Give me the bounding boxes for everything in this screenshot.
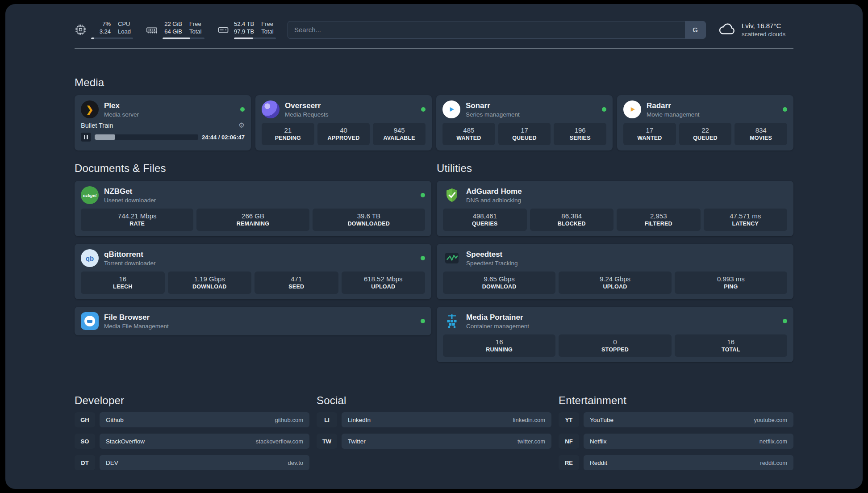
stat-label: QUERIES — [445, 220, 525, 228]
stat-label: PENDING — [263, 134, 313, 142]
bookmark-abbr: TW — [317, 434, 337, 449]
status-dot — [421, 107, 426, 112]
stat-tile: 2,953 FILTERED — [617, 209, 701, 231]
section-title-media: Media — [75, 76, 793, 89]
status-dot — [783, 107, 787, 112]
bookmark-url: youtube.com — [754, 417, 787, 423]
stat-tile: 16 TOTAL — [675, 334, 787, 357]
app-subtitle: Torrent downloader — [104, 259, 156, 267]
disk-total-value: 97.9 TB — [234, 28, 254, 35]
bookmark-url: netflix.com — [760, 438, 787, 445]
bookmark-dev[interactable]: DT DEV dev.to — [75, 455, 309, 470]
stat-value: 834 — [736, 126, 785, 134]
section-title-utilities: Utilities — [437, 162, 793, 175]
playback-progress-bar[interactable] — [95, 134, 198, 140]
bookmark-reddit[interactable]: RE Reddit reddit.com — [559, 455, 793, 470]
stat-tile: 1.19 Gbps DOWNLOAD — [168, 272, 252, 294]
disk-free-label: Free — [261, 20, 273, 28]
stat-tile: 485 WANTED — [442, 123, 495, 145]
bookmark-abbr: SO — [75, 434, 95, 449]
app-card-qbittorrent[interactable]: qb qBittorrent Torrent downloader 16 LEE… — [75, 244, 431, 299]
stat-label: WANTED — [444, 134, 493, 142]
disk-progress-bar — [234, 38, 276, 39]
app-subtitle: Movie management — [647, 111, 700, 118]
stat-tile: 17 WANTED — [623, 123, 676, 145]
stat-value: 744.21 Mbps — [83, 212, 192, 220]
app-card-nzbget[interactable]: nzbget NZBGet Usenet downloader 744.21 M… — [75, 181, 431, 236]
stat-tile: 39.6 TB DOWNLOADED — [313, 209, 425, 231]
disk-free-value: 52.4 TB — [234, 20, 254, 28]
search-bar: G — [288, 21, 706, 39]
stat-label: WANTED — [625, 134, 674, 142]
filebrowser-icon — [81, 312, 99, 330]
stat-label: SERIES — [555, 134, 605, 142]
app-subtitle: Usenet downloader — [104, 196, 156, 204]
app-subtitle: Container management — [466, 322, 529, 330]
bookmark-youtube[interactable]: YT YouTube youtube.com — [559, 412, 793, 427]
app-card-plex[interactable]: ❯ Plex Media server Bullet Train ⚙ 24:44… — [75, 95, 251, 150]
bookmark-linkedin[interactable]: LI LinkedIn linkedin.com — [317, 412, 551, 427]
app-name: Overseerr — [285, 101, 329, 111]
stat-label: UPLOAD — [343, 283, 424, 291]
stat-value: 1.19 Gbps — [170, 275, 250, 283]
app-subtitle: Speedtest Tracking — [466, 259, 518, 267]
status-dot — [421, 193, 425, 197]
stat-value: 22 — [681, 126, 730, 134]
app-card-radarr[interactable]: Radarr Movie management 17 WANTED 22 QUE… — [617, 95, 793, 150]
stat-tile: 16 LEECH — [81, 272, 165, 294]
bookmark-stackoverflow[interactable]: SO StackOverflow stackoverflow.com — [75, 434, 309, 449]
bookmark-url: github.com — [275, 417, 303, 423]
stat-label: QUEUED — [681, 134, 730, 142]
stat-label: AVAILABLE — [375, 134, 424, 142]
app-name: NZBGet — [104, 187, 156, 196]
bookmark-netflix[interactable]: NF Netflix netflix.com — [559, 434, 793, 449]
stat-tile: 9.24 Gbps UPLOAD — [559, 272, 671, 294]
status-dot — [240, 107, 245, 112]
app-card-sonarr[interactable]: Sonarr Series management 485 WANTED 17 Q… — [436, 95, 613, 150]
app-name: Plex — [104, 101, 139, 111]
bookmark-github[interactable]: GH Github github.com — [75, 412, 309, 427]
status-dot — [421, 319, 425, 323]
app-card-filebrowser[interactable]: File Browser Media File Management — [75, 307, 431, 335]
stat-value: 0.993 ms — [676, 275, 785, 283]
app-subtitle: Series management — [466, 111, 520, 118]
section-title-developer: Developer — [75, 394, 309, 407]
section-title-social: Social — [317, 394, 551, 407]
stat-label: BLOCKED — [532, 220, 612, 228]
search-engine-button[interactable]: G — [685, 21, 705, 38]
app-subtitle: Media Requests — [285, 111, 329, 118]
stat-label: RATE — [83, 220, 192, 228]
bookmark-twitter[interactable]: TW Twitter twitter.com — [317, 434, 551, 449]
gear-icon[interactable]: ⚙ — [238, 121, 245, 130]
documents-column: Documents & Files nzbget NZBGet Usenet d… — [75, 162, 431, 362]
bookmark-abbr: YT — [559, 412, 579, 427]
stat-label: STOPPED — [560, 346, 669, 354]
stat-value: 2,953 — [618, 212, 699, 220]
app-card-overseerr[interactable]: Overseerr Media Requests 21 PENDING 40 A… — [255, 95, 432, 150]
stat-tile: 86,384 BLOCKED — [530, 209, 614, 231]
weather-condition: scattered clouds — [742, 30, 785, 38]
app-subtitle: Media server — [104, 111, 139, 118]
app-card-portainer[interactable]: Media Portainer Container management 16 … — [437, 307, 793, 362]
stat-value: 498,461 — [445, 212, 525, 220]
stat-tile: 40 APPROVED — [317, 123, 370, 145]
stat-label: RUNNING — [445, 346, 554, 354]
stat-value: 471 — [256, 275, 337, 283]
stat-value: 266 GB — [198, 212, 307, 220]
utilities-column: Utilities AdGuard Home — [437, 162, 793, 362]
app-card-speedtest[interactable]: Speedtest Speedtest Tracking 9.65 Gbps D… — [437, 244, 793, 299]
stat-tile: 471 SEED — [255, 272, 338, 294]
cpu-label: CPU — [118, 20, 131, 28]
portainer-icon — [443, 312, 461, 330]
stat-value: 9.65 Gbps — [445, 275, 554, 283]
stat-tile: 17 QUEUED — [498, 123, 551, 145]
stat-label: MOVIES — [736, 134, 785, 142]
cpu-widget: 7% 3.24 CPU Load — [75, 20, 133, 39]
stat-label: DOWNLOADED — [314, 220, 423, 228]
stat-label: LATENCY — [705, 220, 786, 228]
app-name: Speedtest — [466, 250, 518, 259]
search-input[interactable] — [288, 21, 685, 38]
screen: 7% 3.24 CPU Load — [0, 0, 868, 493]
pause-button[interactable] — [81, 133, 91, 142]
app-card-adguard[interactable]: AdGuard Home DNS and adblocking 498,461 … — [437, 181, 793, 236]
